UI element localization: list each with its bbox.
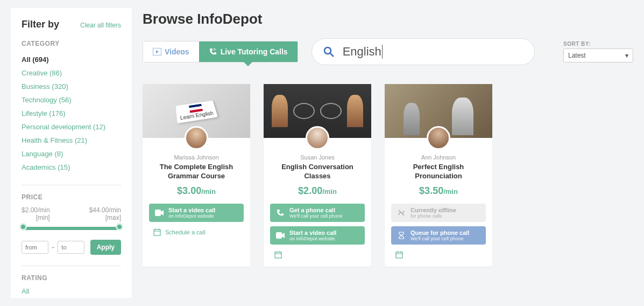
tab-tutoring[interactable]: Live Tutoring Calls xyxy=(199,41,298,62)
content-tabs: Videos Live Tutoring Calls xyxy=(143,41,298,62)
svg-rect-12 xyxy=(275,252,281,258)
svg-point-2 xyxy=(324,47,331,54)
price-to-input[interactable] xyxy=(58,241,84,254)
instructor-avatar xyxy=(427,126,450,150)
instructor-name: Marissa Johnson xyxy=(149,154,244,161)
action-sub: on InfoDepot website xyxy=(289,236,336,241)
instructor-name: Ann Johnson xyxy=(391,154,486,161)
svg-rect-10 xyxy=(276,232,282,239)
category-item-technology[interactable]: Technology (56) xyxy=(22,93,121,107)
phone-icon xyxy=(209,47,217,56)
course-price: $3.50/min xyxy=(391,185,486,197)
schedule-call-link[interactable]: Schedule a call xyxy=(153,228,244,236)
price-min-label: $2.00/min xyxy=(22,206,50,214)
course-card[interactable]: Ann Johnson Perfect English Pronunciatio… xyxy=(385,84,492,267)
schedule-label: Schedule a call xyxy=(165,229,206,235)
slider-handle-min[interactable] xyxy=(19,223,27,231)
category-item-creative[interactable]: Creative (86) xyxy=(22,66,121,80)
chevron-down-icon: ▾ xyxy=(625,52,628,59)
course-title: English Conversation Classes xyxy=(270,163,365,181)
action-sub: for phone calls xyxy=(411,213,456,219)
toolbar: Videos Live Tutoring Calls English SORT … xyxy=(143,38,633,65)
price-max-label: $44.00/min xyxy=(89,206,121,214)
price-dash: - xyxy=(52,242,54,252)
action-title: Start a video call xyxy=(289,229,336,236)
action-title: Get a phone call xyxy=(289,207,343,213)
calendar-icon xyxy=(153,228,161,236)
page-title: Browse InfoDepot xyxy=(143,11,633,27)
category-item-academics[interactable]: Academics (15) xyxy=(22,161,121,174)
apply-button[interactable]: Apply xyxy=(90,240,121,255)
course-cards: Learn English Marissa Johnson The Comple… xyxy=(143,84,633,267)
action-title: Queue for phone call xyxy=(411,229,469,236)
svg-marker-11 xyxy=(282,233,285,238)
price-from-input[interactable] xyxy=(22,241,48,254)
schedule-call-icon[interactable] xyxy=(274,251,371,259)
queue-phone-call-button[interactable]: Queue for phone call We'll call your cel… xyxy=(391,226,486,245)
phone-icon xyxy=(275,208,285,217)
category-item-health[interactable]: Health & Fitness (21) xyxy=(22,134,121,147)
rating-header: RATING xyxy=(22,274,121,282)
category-item-personal[interactable]: Personal development (12) xyxy=(22,120,121,134)
category-item-lifestyle[interactable]: Lifestyle (176) xyxy=(22,107,121,120)
category-item-all[interactable]: All (694) xyxy=(22,53,121,66)
instructor-avatar xyxy=(306,126,329,150)
svg-rect-4 xyxy=(155,210,161,216)
sort-value: Latest xyxy=(568,52,586,59)
course-price: $2.00/min xyxy=(270,185,365,197)
video-icon xyxy=(154,210,164,216)
category-header: CATEGORY xyxy=(22,40,121,47)
search-input[interactable]: English xyxy=(343,45,383,59)
schedule-call-icon[interactable] xyxy=(395,251,492,259)
start-video-call-button[interactable]: Start a video call on InfoDepot website xyxy=(270,226,365,245)
get-phone-call-button[interactable]: Get a phone call We'll call your cell ph… xyxy=(270,204,365,222)
course-card[interactable]: Susan Jones English Conversation Classes… xyxy=(264,84,371,267)
video-icon xyxy=(153,48,161,55)
hourglass-icon xyxy=(397,232,406,239)
course-title: Perfect English Pronunciation xyxy=(391,163,486,181)
category-list: All (694) Creative (86) Business (320) T… xyxy=(22,53,121,174)
svg-marker-1 xyxy=(156,50,159,53)
tab-tutoring-label: Live Tutoring Calls xyxy=(221,47,288,56)
price-header: PRICE xyxy=(22,193,121,201)
filter-title: Filter by xyxy=(22,19,59,30)
divider xyxy=(22,266,121,266)
action-sub: on InfoDepot website xyxy=(168,213,215,219)
price-min-sub: [min] xyxy=(22,214,50,221)
search-box[interactable]: English xyxy=(312,38,535,65)
svg-line-3 xyxy=(330,53,334,57)
course-title: The Complete English Grammar Course xyxy=(149,163,244,181)
sort-select[interactable]: Latest ▾ xyxy=(563,48,633,62)
main-content: Browse InfoDepot Videos Live Tutoring Ca… xyxy=(143,8,633,298)
flag-icon xyxy=(189,103,203,113)
price-slider[interactable] xyxy=(22,227,121,230)
offline-button: Currently offline for phone calls xyxy=(391,204,486,222)
svg-rect-16 xyxy=(396,252,402,258)
price-labels: $2.00/min [min] $44.00/min [max] xyxy=(22,206,121,221)
video-icon xyxy=(275,232,285,239)
slider-handle-max[interactable] xyxy=(116,223,123,231)
category-item-language[interactable]: Language (8) xyxy=(22,147,121,161)
rating-all[interactable]: All xyxy=(22,287,121,295)
action-sub: We'll call your cell phone xyxy=(289,213,343,219)
start-video-call-button[interactable]: Start a video call on InfoDepot website xyxy=(149,204,244,222)
category-item-business[interactable]: Business (320) xyxy=(22,80,121,93)
tab-videos-label: Videos xyxy=(165,47,189,56)
search-icon xyxy=(323,46,335,58)
svg-marker-5 xyxy=(161,210,164,215)
divider xyxy=(22,185,121,185)
tab-videos[interactable]: Videos xyxy=(143,41,199,62)
instructor-avatar xyxy=(185,126,208,150)
course-price: $3.00/min xyxy=(149,185,244,197)
price-max-sub: [max] xyxy=(89,214,121,221)
action-sub: We'll call your cell phone xyxy=(411,236,469,241)
action-title: Currently offline xyxy=(411,207,456,213)
offline-icon xyxy=(397,209,406,217)
action-title: Start a video call xyxy=(168,207,215,213)
svg-rect-6 xyxy=(154,229,160,235)
course-card[interactable]: Learn English Marissa Johnson The Comple… xyxy=(143,84,250,267)
filter-sidebar: Filter by Clear all filters CATEGORY All… xyxy=(11,8,132,298)
instructor-name: Susan Jones xyxy=(270,154,365,161)
sort-label: SORT BY: xyxy=(563,41,633,47)
clear-filters-link[interactable]: Clear all filters xyxy=(80,22,121,29)
